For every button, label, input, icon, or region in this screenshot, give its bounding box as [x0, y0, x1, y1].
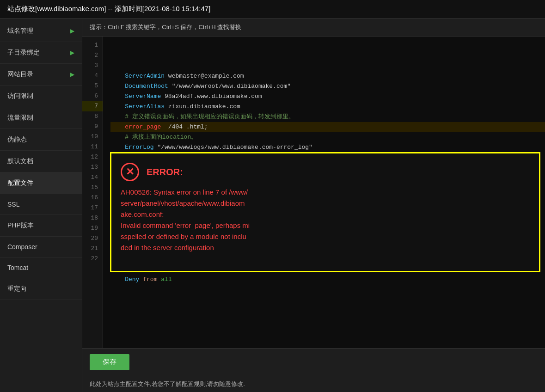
sidebar-label-9: PHP版本 — [7, 221, 34, 230]
line-num-3: 3 — [82, 61, 103, 71]
line-num-8: 8 — [82, 111, 103, 122]
line-num-15: 15 — [82, 183, 103, 193]
code-line-2: ServerAdmin webmaster@example.com — [110, 71, 545, 81]
sidebar-label-3: 访问限制 — [7, 92, 33, 100]
sidebar-item-5[interactable]: 伪静态 — [0, 129, 82, 151]
main-layout: 域名管理▶子目录绑定▶网站目录▶访问限制流量限制伪静态默认文档配置文件SSLPH… — [0, 18, 545, 392]
line-num-14: 14 — [82, 172, 103, 183]
sidebar: 域名管理▶子目录绑定▶网站目录▶访问限制流量限制伪静态默认文档配置文件SSLPH… — [0, 18, 82, 392]
sidebar-item-0[interactable]: 域名管理▶ — [0, 20, 82, 42]
line-num-11: 11 — [82, 142, 103, 152]
line-num-9: 9 — [82, 122, 103, 132]
sidebar-label-5: 伪静态 — [7, 135, 27, 144]
error-icon-circle: ✕ — [121, 163, 139, 181]
hint-bar: 提示：Ctrl+F 搜索关键字，Ctrl+S 保存，Ctrl+H 查找替换 — [82, 18, 545, 37]
code-line-6: # 定义错误页面码，如果出现相应的错误页面码，转发到那里。 — [110, 112, 545, 122]
line-num-12: 12 — [82, 152, 103, 162]
code-line-9: ErrorLog "/www/wwwlogs/www.dibiaomake.co… — [110, 142, 545, 153]
code-line-1 — [110, 61, 545, 71]
sidebar-label-6: 默认文档 — [7, 157, 33, 165]
sidebar-label-8: SSL — [7, 201, 19, 208]
code-line-3: DocumentRoot "/www/wwwroot/www.dibiaomak… — [110, 81, 545, 92]
line-num-4: 4 — [82, 71, 103, 81]
title-text: 站点修改[www.dibiaomake.com] -- 添加时间[2021-08… — [7, 5, 210, 13]
sidebar-item-10[interactable]: Composer — [0, 237, 82, 257]
editor-container: 12345678910111213141516171819202122 Serv… — [82, 37, 545, 348]
error-title: ERROR: — [147, 167, 183, 178]
save-button[interactable]: 保存 — [90, 354, 129, 370]
line-num-5: 5 — [82, 81, 103, 91]
error-message: AH00526: Syntax error on line 7 of /www/… — [121, 187, 530, 253]
code-line-8: # 承接上面的location。 — [110, 132, 545, 142]
note-text: 此处为站点主配置文件,若您不了解配置规则,请勿随意修改. — [82, 376, 545, 392]
sidebar-label-1: 子目录绑定 — [7, 49, 40, 57]
sidebar-label-11: Tomcat — [7, 264, 28, 271]
title-bar: 站点修改[www.dibiaomake.com] -- 添加时间[2021-08… — [0, 0, 545, 18]
sidebar-item-7[interactable]: 配置文件 — [0, 172, 82, 194]
sidebar-item-3[interactable]: 访问限制 — [0, 86, 82, 107]
sidebar-item-1[interactable]: 子目录绑定▶ — [0, 42, 82, 64]
line-num-1: 1 — [82, 40, 103, 50]
sidebar-item-6[interactable]: 默认文档 — [0, 151, 82, 172]
line-num-16: 16 — [82, 193, 103, 203]
line-num-10: 10 — [82, 132, 103, 142]
error-x-icon: ✕ — [126, 167, 134, 177]
sidebar-item-8[interactable]: SSL — [0, 194, 82, 215]
hint-text: 提示：Ctrl+F 搜索关键字，Ctrl+S 保存，Ctrl+H 查找替换 — [90, 24, 241, 31]
sidebar-label-10: Composer — [7, 243, 37, 251]
sidebar-arrow-icon-1: ▶ — [70, 49, 74, 56]
sidebar-item-9[interactable]: PHP版本 — [0, 215, 82, 237]
sidebar-arrow-icon-0: ▶ — [70, 28, 74, 34]
line-num-19: 19 — [82, 223, 103, 233]
sidebar-item-12[interactable]: 重定向 — [0, 278, 82, 300]
code-line-5: ServerAlias zixun.dibiaomake.com — [110, 102, 545, 112]
sidebar-label-0: 域名管理 — [7, 27, 33, 35]
line-num-17: 17 — [82, 203, 103, 213]
sidebar-label-12: 重定向 — [7, 285, 27, 293]
content-area: 提示：Ctrl+F 搜索关键字，Ctrl+S 保存，Ctrl+H 查找替换 12… — [82, 18, 545, 392]
line-num-2: 2 — [82, 50, 103, 61]
sidebar-item-4[interactable]: 流量限制 — [0, 107, 82, 129]
error-popup: ✕ ERROR: AH00526: Syntax error on line 7… — [110, 152, 540, 272]
line-num-18: 18 — [82, 213, 103, 223]
code-line-4: ServerName 98a24adf.www.dibiaomake.com — [110, 92, 545, 102]
sidebar-item-11[interactable]: Tomcat — [0, 257, 82, 278]
sidebar-label-2: 网站目录 — [7, 70, 33, 79]
line-num-6: 6 — [82, 91, 103, 101]
sidebar-label-7: 配置文件 — [7, 179, 33, 187]
line-num-13: 13 — [82, 162, 103, 172]
line-numbers: 12345678910111213141516171819202122 — [82, 37, 103, 348]
line-num-22: 22 — [82, 254, 103, 264]
error-header: ✕ ERROR: — [121, 163, 530, 181]
code-line-7: error_page /404 .html; — [110, 122, 545, 132]
line-num-21: 21 — [82, 244, 103, 254]
footer-area: 保存 — [82, 348, 545, 376]
code-line-22: Deny from all — [110, 275, 545, 285]
sidebar-arrow-icon-2: ▶ — [70, 71, 74, 78]
line-num-20: 20 — [82, 233, 103, 244]
sidebar-label-4: 流量限制 — [7, 114, 33, 122]
line-num-7: 7 — [82, 101, 103, 111]
sidebar-item-2[interactable]: 网站目录▶ — [0, 64, 82, 86]
